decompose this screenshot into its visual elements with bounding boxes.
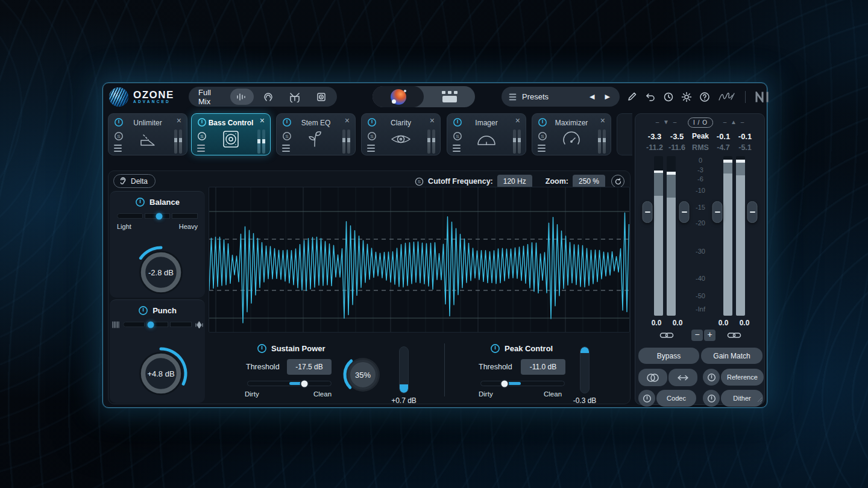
output-collapse-control[interactable]: – ▲ – <box>723 119 746 125</box>
balance-slider[interactable] <box>117 213 198 219</box>
output-gain-fader-right[interactable] <box>747 201 758 223</box>
view-mode-toggle[interactable] <box>373 86 475 107</box>
output-gain-left[interactable]: 0.0 <box>719 319 729 327</box>
gain-decrement-button[interactable]: − <box>691 330 703 341</box>
slider-handle[interactable] <box>500 379 509 388</box>
input-rms-left: -11.2 <box>646 143 663 152</box>
edit-button[interactable] <box>626 91 638 102</box>
codec-power-button[interactable] <box>638 390 655 407</box>
help-button[interactable] <box>699 91 710 102</box>
history-button[interactable] <box>662 91 674 102</box>
tab-label: Imager <box>447 119 526 127</box>
slider-handle[interactable] <box>300 379 309 388</box>
hard-attack-icon <box>195 321 203 329</box>
balance-knob[interactable]: -2.8 dB <box>132 243 190 301</box>
output-link-button[interactable] <box>727 331 741 342</box>
preset-menu-icon[interactable] <box>453 145 461 152</box>
target-amp-button[interactable] <box>309 89 333 105</box>
close-icon[interactable]: × <box>345 116 350 125</box>
sustain-dirty-clean-slider[interactable] <box>247 381 332 386</box>
solo-icon[interactable]: S <box>197 131 207 141</box>
peak-dirty-clean-slider[interactable] <box>480 381 565 386</box>
output-gain-fader-left[interactable] <box>712 201 723 223</box>
scale-tick: -6 <box>697 175 703 183</box>
link-icon <box>659 331 674 339</box>
sustain-amount-knob[interactable]: 35% <box>342 354 384 396</box>
power-icon[interactable] <box>138 305 148 316</box>
solo-icon[interactable]: S <box>538 131 547 141</box>
power-icon[interactable] <box>257 343 267 354</box>
close-icon[interactable]: × <box>177 116 181 125</box>
peak-threshold-value[interactable]: -11.0 dB <box>521 359 565 375</box>
punch-slider[interactable] <box>123 322 192 327</box>
channel-mode-button[interactable] <box>638 369 667 386</box>
input-gain-fader-left[interactable] <box>643 201 653 223</box>
power-icon[interactable] <box>135 197 145 207</box>
presets-selector[interactable]: Presets ◀ ▶ <box>502 87 620 107</box>
solo-icon[interactable]: S <box>114 131 124 141</box>
assistant-view-button[interactable] <box>373 86 424 107</box>
tab-maximizer[interactable]: Maximizer × S <box>532 113 611 155</box>
target-fullmix-button[interactable] <box>230 89 254 105</box>
sustain-threshold-value[interactable]: -17.5 dB <box>287 359 332 375</box>
waveform-display <box>209 187 630 333</box>
channel-swap-button[interactable] <box>668 369 697 386</box>
settings-button[interactable] <box>681 91 692 102</box>
input-collapse-control[interactable]: – ▼ – <box>656 119 678 125</box>
preset-menu-icon[interactable] <box>367 145 375 152</box>
power-icon[interactable] <box>490 343 500 354</box>
dither-control: Dither <box>703 390 763 407</box>
close-icon[interactable]: × <box>600 116 605 125</box>
tab-imager[interactable]: Imager × S <box>447 113 526 155</box>
target-drums-button[interactable] <box>283 89 307 105</box>
balance-slider-dot[interactable] <box>156 213 162 219</box>
rms-label: RMS <box>692 143 709 152</box>
scale-tick: -50 <box>696 292 705 299</box>
solo-icon[interactable]: S <box>453 131 462 141</box>
tab-unlimiter[interactable]: Unlimiter × S <box>108 113 187 155</box>
gain-match-button[interactable]: Gain Match <box>701 348 763 364</box>
tab-bass-control[interactable]: Bass Control × S <box>191 113 271 155</box>
close-icon[interactable]: × <box>430 116 435 125</box>
dither-power-button[interactable] <box>703 390 720 407</box>
close-icon[interactable]: × <box>515 116 520 125</box>
target-vocal-button[interactable] <box>256 89 280 105</box>
input-peak-right: -3.5 <box>670 132 684 141</box>
delta-button[interactable]: Delta <box>113 174 156 188</box>
tab-label: Maximizer <box>532 119 611 127</box>
gain-increment-button[interactable]: + <box>704 330 715 341</box>
tab-clarity[interactable]: Clarity × S <box>361 113 441 155</box>
resize-handle[interactable] <box>756 396 763 402</box>
punch-knob[interactable]: +4.8 dB <box>132 345 190 402</box>
undo-icon <box>645 92 656 102</box>
punch-slider-dot[interactable] <box>147 321 154 328</box>
preset-menu-icon[interactable] <box>197 145 205 152</box>
close-icon[interactable]: × <box>260 116 265 125</box>
preset-menu-icon[interactable] <box>538 145 546 152</box>
reference-button[interactable]: Reference <box>721 369 764 386</box>
reference-power-button[interactable] <box>703 369 720 386</box>
bypass-button[interactable]: Bypass <box>638 348 699 364</box>
input-link-button[interactable] <box>659 331 674 342</box>
input-gain-left[interactable]: 0.0 <box>652 319 662 327</box>
input-gain-right[interactable]: 0.0 <box>673 319 683 327</box>
codec-button[interactable]: Codec <box>656 390 696 407</box>
output-gain-right[interactable]: 0.0 <box>740 319 750 327</box>
preset-next-button[interactable]: ▶ <box>603 92 612 102</box>
undo-button[interactable] <box>644 91 656 102</box>
reset-zoom-button[interactable] <box>611 175 624 188</box>
preset-menu-icon[interactable] <box>114 145 122 152</box>
io-collapse-row: – ▼ – I / O – ▲ – <box>635 119 764 130</box>
input-gain-fader-right[interactable] <box>679 201 690 223</box>
solo-icon[interactable]: S <box>415 177 424 186</box>
solo-icon[interactable]: S <box>282 131 292 141</box>
detailed-view-button[interactable] <box>424 86 475 107</box>
solo-icon[interactable]: S <box>367 131 377 141</box>
preset-prev-button[interactable]: ◀ <box>587 92 597 102</box>
power-icon <box>707 373 716 382</box>
preset-menu-icon[interactable] <box>282 145 290 152</box>
tab-slot-empty <box>617 113 632 155</box>
brand-subtitle: ADVANCED <box>133 99 174 104</box>
cutoff-frequency-label: Cutoff Frequency: <box>428 177 493 186</box>
tab-stem-eq[interactable]: Stem EQ × S <box>276 113 356 155</box>
